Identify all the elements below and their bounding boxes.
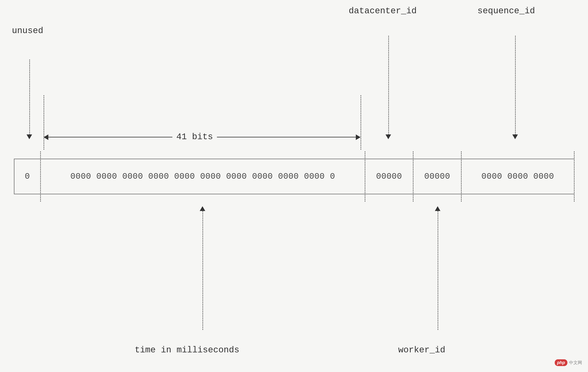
datacenter-id-label: datacenter_id xyxy=(349,6,417,16)
sequence-id-label: sequence_id xyxy=(477,6,535,16)
separator-dashed xyxy=(40,159,41,194)
watermark: php 中文网 xyxy=(555,359,582,366)
worker-pointer-line xyxy=(438,211,438,330)
separator-dashed xyxy=(365,159,365,194)
watermark-text: 中文网 xyxy=(569,360,582,366)
unused-label: unused xyxy=(12,26,43,36)
datacenter-pointer-line xyxy=(388,36,389,135)
bits-41-label: 41 bits xyxy=(172,132,217,142)
unused-arrow-down-icon xyxy=(27,134,32,139)
unused-bit-cell: 0 xyxy=(14,159,40,194)
separator-dashed xyxy=(413,159,413,194)
sequence-bit-cell: 0000 0000 0000 xyxy=(462,159,574,194)
timestamp-pointer-line xyxy=(202,211,203,330)
datacenter-bit-cell: 00000 xyxy=(365,159,413,194)
unused-pointer-line xyxy=(29,59,30,135)
worker-bit-cell: 00000 xyxy=(413,159,461,194)
timestamp-right-tick xyxy=(361,95,361,150)
datacenter-arrow-down-icon xyxy=(386,134,391,139)
timestamp-arrow-up-icon xyxy=(200,206,205,211)
sequence-arrow-down-icon xyxy=(512,134,518,139)
watermark-badge: php xyxy=(555,359,567,366)
time-ms-label: time in milliseconds xyxy=(135,345,239,355)
separator-dashed xyxy=(574,159,575,194)
worker-arrow-up-icon xyxy=(435,206,441,211)
separator-dashed xyxy=(461,159,462,194)
sequence-pointer-line xyxy=(515,36,516,135)
bit-layout-container: 0 0000 0000 0000 0000 0000 0000 0000 000… xyxy=(14,159,575,194)
timestamp-arrow-left-icon xyxy=(43,134,48,140)
timestamp-bit-cell: 0000 0000 0000 0000 0000 0000 0000 0000 … xyxy=(41,159,365,194)
timestamp-left-tick xyxy=(43,95,44,150)
timestamp-arrow-right-icon xyxy=(356,134,361,140)
worker-id-label: worker_id xyxy=(398,345,445,355)
